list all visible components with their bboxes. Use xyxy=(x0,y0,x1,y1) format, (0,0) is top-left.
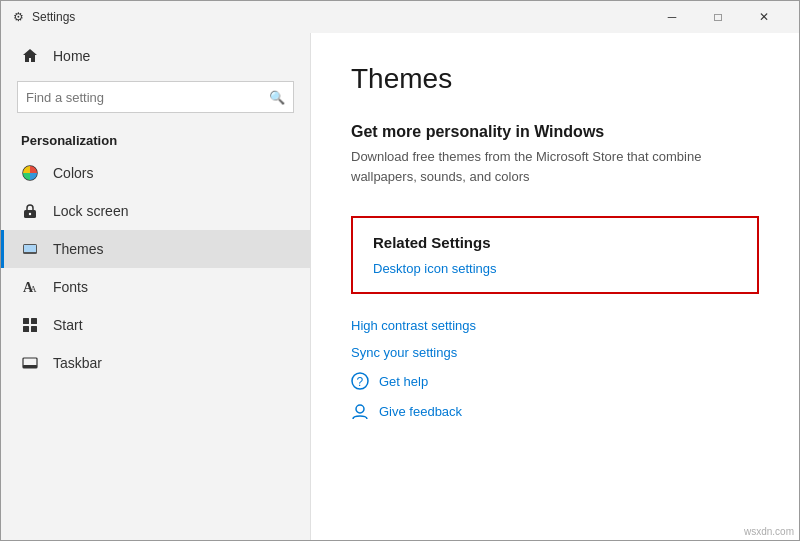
sidebar-item-themes[interactable]: Themes xyxy=(1,230,310,268)
sidebar-item-colors[interactable]: Colors xyxy=(1,154,310,192)
lock-screen-label: Lock screen xyxy=(53,203,128,219)
settings-icon: ⚙ xyxy=(13,10,24,24)
app-container: Home 🔍 Personalization Colors xyxy=(1,33,799,541)
get-help-icon: ? xyxy=(351,372,369,390)
svg-rect-10 xyxy=(23,326,29,332)
fonts-icon: A A xyxy=(21,278,39,296)
svg-rect-5 xyxy=(27,252,33,254)
give-feedback-label: Give feedback xyxy=(379,404,462,419)
svg-text:?: ? xyxy=(357,375,364,389)
svg-rect-9 xyxy=(31,318,37,324)
section-subtitle: Get more personality in Windows xyxy=(351,123,759,141)
title-bar: ⚙ Settings ─ □ ✕ xyxy=(1,1,799,33)
svg-rect-8 xyxy=(23,318,29,324)
get-help-label: Get help xyxy=(379,374,428,389)
svg-point-2 xyxy=(29,213,31,215)
close-button[interactable]: ✕ xyxy=(741,1,787,33)
colors-icon xyxy=(21,164,39,182)
give-feedback-link[interactable]: Give feedback xyxy=(351,402,759,420)
related-settings-box: Related Settings Desktop icon settings xyxy=(351,216,759,294)
title-bar-controls: ─ □ ✕ xyxy=(649,1,787,33)
minimize-button[interactable]: ─ xyxy=(649,1,695,33)
themes-icon xyxy=(21,240,39,258)
sidebar: Home 🔍 Personalization Colors xyxy=(1,33,311,541)
taskbar-label: Taskbar xyxy=(53,355,102,371)
give-feedback-icon xyxy=(351,402,369,420)
search-input[interactable] xyxy=(26,90,269,105)
sync-settings-link[interactable]: Sync your settings xyxy=(351,345,759,360)
get-help-link[interactable]: ? Get help xyxy=(351,372,759,390)
start-icon xyxy=(21,316,39,334)
fonts-label: Fonts xyxy=(53,279,88,295)
maximize-button[interactable]: □ xyxy=(695,1,741,33)
search-icon: 🔍 xyxy=(269,90,285,105)
sidebar-section-title: Personalization xyxy=(1,125,310,154)
svg-rect-4 xyxy=(24,245,36,252)
help-section: ? Get help Give feedback xyxy=(351,372,759,420)
sidebar-item-start[interactable]: Start xyxy=(1,306,310,344)
svg-text:A: A xyxy=(30,284,37,294)
sidebar-item-lock-screen[interactable]: Lock screen xyxy=(1,192,310,230)
sidebar-item-home[interactable]: Home xyxy=(1,37,310,75)
sidebar-item-taskbar[interactable]: Taskbar xyxy=(1,344,310,382)
related-settings-title: Related Settings xyxy=(373,234,737,251)
main-content: Themes Get more personality in Windows D… xyxy=(311,33,799,541)
watermark: wsxdn.com xyxy=(744,526,794,537)
svg-rect-13 xyxy=(23,365,37,368)
taskbar-icon xyxy=(21,354,39,372)
desktop-icon-settings-link[interactable]: Desktop icon settings xyxy=(373,261,737,276)
lock-screen-icon xyxy=(21,202,39,220)
section-desc: Download free themes from the Microsoft … xyxy=(351,147,731,186)
colors-label: Colors xyxy=(53,165,93,181)
page-title: Themes xyxy=(351,63,759,95)
svg-rect-11 xyxy=(31,326,37,332)
title-bar-left: ⚙ Settings xyxy=(13,10,75,24)
window-title: Settings xyxy=(32,10,75,24)
high-contrast-link[interactable]: High contrast settings xyxy=(351,318,759,333)
home-label: Home xyxy=(53,48,90,64)
home-icon xyxy=(21,47,39,65)
search-box[interactable]: 🔍 xyxy=(17,81,294,113)
start-label: Start xyxy=(53,317,83,333)
svg-point-16 xyxy=(356,405,364,413)
themes-label: Themes xyxy=(53,241,104,257)
sidebar-item-fonts[interactable]: A A Fonts xyxy=(1,268,310,306)
